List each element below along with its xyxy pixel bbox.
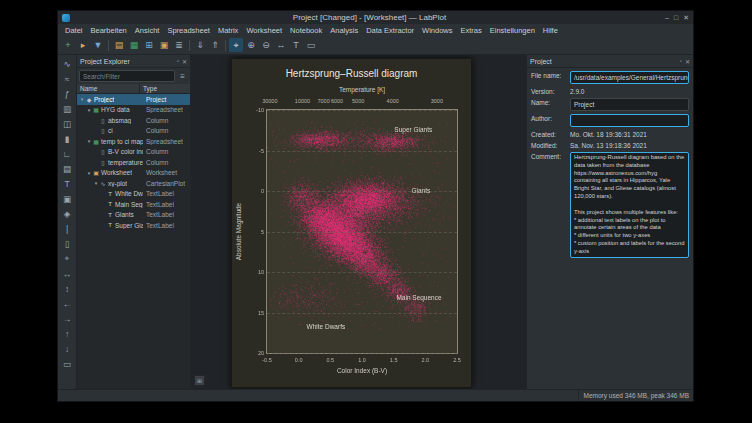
menu-datei[interactable]: Datei: [61, 25, 87, 36]
tree-row-super-giants[interactable]: TSuper GiantsTextLabel: [77, 220, 190, 231]
menu-spreadsheet[interactable]: Spreadsheet: [163, 25, 214, 36]
tree-row-temp-to-ci-mapping[interactable]: ▾▦temp to ci mappingSpreadsheet: [77, 136, 190, 147]
new-spreadsheet-button[interactable]: ▦: [127, 38, 141, 52]
tree-row-temperature[interactable]: ▯temperatureColumn: [77, 157, 190, 168]
open-project-button[interactable]: ▸: [76, 38, 90, 52]
add-barplot-button[interactable]: ▮: [61, 132, 74, 145]
minimize-icon[interactable]: –: [665, 14, 669, 22]
add-legend-button[interactable]: ▤: [61, 162, 74, 175]
plot-area[interactable]: Absolute Magnitude -10-505101520-0.50.00…: [266, 109, 458, 354]
x-axis-label[interactable]: Color Index (B-V): [266, 367, 458, 374]
tree-row-white-dwarfs[interactable]: TWhite DwarfsTextLabel: [77, 189, 190, 200]
menu-hilfe[interactable]: Hilfe: [539, 25, 562, 36]
menu-data-extractor[interactable]: Data Extractor: [362, 25, 418, 36]
new-project-button[interactable]: +: [61, 38, 75, 52]
zoom-select-button[interactable]: ⌖: [61, 252, 74, 265]
tree-row-absmag[interactable]: ▯absmagColumn: [77, 115, 190, 126]
project-properties-header[interactable]: Project ▫ ✕: [527, 55, 693, 68]
dock-close-icon[interactable]: ✕: [182, 58, 187, 65]
zoom-in-button[interactable]: ⊕: [244, 38, 258, 52]
tree-row-worksheet[interactable]: ▾▣WorksheetWorksheet: [77, 168, 190, 179]
maximize-icon[interactable]: □: [674, 14, 678, 22]
plot-title[interactable]: Hertzsprung–Russell diagram: [232, 68, 471, 79]
temperature-tick-label: 6000: [331, 98, 343, 104]
shift-right-button[interactable]: →: [61, 312, 74, 325]
save-project-button[interactable]: ▼: [91, 38, 105, 52]
new-worksheet-button[interactable]: ▣: [157, 38, 171, 52]
annotation-white-dwarfs[interactable]: White Dwarfs: [307, 323, 346, 330]
view-corner-button[interactable]: ⊞: [194, 375, 205, 386]
add-plot-button[interactable]: ∿: [61, 57, 74, 70]
add-histogram-button[interactable]: ▥: [61, 102, 74, 115]
comment-textarea[interactable]: Hertzsprung-Russell diagram based on the…: [570, 152, 689, 258]
labplot-window: Project [Changed] - [Worksheet] — LabPlo…: [57, 10, 694, 402]
zoom-x-button[interactable]: ↔: [61, 267, 74, 280]
add-text-label-button-left[interactable]: T: [61, 177, 74, 190]
auto-scale-button[interactable]: ▭: [61, 357, 74, 370]
tree-row-project[interactable]: ▾◆ProjectProject: [77, 94, 190, 105]
new-notebook-button[interactable]: ≣: [172, 38, 186, 52]
close-icon[interactable]: ✕: [683, 14, 689, 22]
annotation-giants[interactable]: Giants: [411, 187, 430, 194]
add-text-label-button[interactable]: T: [289, 38, 303, 52]
dock-float-icon[interactable]: ▫: [680, 58, 682, 64]
annotation-main-sequence[interactable]: Main Sequence: [396, 294, 441, 301]
menu-matrix[interactable]: Matrix: [214, 25, 242, 36]
add-image-button[interactable]: ▣: [61, 192, 74, 205]
add-equation-curve-button[interactable]: ƒ: [61, 87, 74, 100]
author-input[interactable]: [570, 114, 689, 127]
menu-analysis[interactable]: Analysis: [326, 25, 362, 36]
add-reference-range-button[interactable]: ▯: [61, 237, 74, 250]
menu-ansicht[interactable]: Ansicht: [131, 25, 164, 36]
fit-to-page-button[interactable]: ▭: [304, 38, 318, 52]
search-input[interactable]: Search/Filter: [79, 70, 175, 82]
add-reference-line-button[interactable]: |: [61, 222, 74, 235]
shift-up-button[interactable]: ↑: [61, 327, 74, 340]
label-icon: T: [106, 212, 114, 218]
add-axis-button[interactable]: ∟: [61, 147, 74, 160]
title-bar[interactable]: Project [Changed] - [Worksheet] — LabPlo…: [58, 11, 693, 24]
menu-einstellungen[interactable]: Einstellungen: [486, 25, 539, 36]
export-button[interactable]: ⇑: [208, 38, 222, 52]
search-row: Search/Filter ≡: [77, 68, 190, 84]
tree-header-type[interactable]: Type: [140, 84, 190, 93]
tree-item-type: Column: [143, 148, 190, 155]
field-label-comment: Comment:: [531, 152, 567, 160]
tree-row-ci[interactable]: ▯ciColumn: [77, 126, 190, 137]
zoom-out-button[interactable]: ⊖: [259, 38, 273, 52]
shift-left-button[interactable]: ←: [61, 297, 74, 310]
worksheet-page[interactable]: Hertzsprung–Russell diagram Temperature …: [231, 58, 472, 388]
menu-bearbeiten[interactable]: Bearbeiten: [87, 25, 131, 36]
import-file-button[interactable]: ⇓: [193, 38, 207, 52]
new-folder-button[interactable]: ▤: [112, 38, 126, 52]
file-name-input[interactable]: /usr/data/examples/General/Hertzsprung-R…: [570, 71, 689, 84]
tree-row-giants[interactable]: TGiantsTextLabel: [77, 210, 190, 221]
annotation-super-giants[interactable]: Super Giants: [394, 126, 432, 133]
worksheet-view[interactable]: Hertzsprung–Russell diagram Temperature …: [191, 55, 526, 389]
filter-options-icon[interactable]: ≡: [177, 71, 188, 82]
tree-row-hyg-data[interactable]: ▾▦HYG dataSpreadsheet: [77, 105, 190, 116]
zoom-y-button[interactable]: ↕: [61, 282, 74, 295]
tree-header-name[interactable]: Name: [77, 84, 140, 93]
menu-windows[interactable]: Windows: [418, 25, 456, 36]
toolbar-separator: [225, 40, 226, 51]
new-matrix-button[interactable]: ⊞: [142, 38, 156, 52]
menu-worksheet[interactable]: Worksheet: [242, 25, 286, 36]
tree-row-b-v-color-index[interactable]: ▯B-V color indexColumn: [77, 147, 190, 158]
pan-mode-button[interactable]: ↔: [274, 38, 288, 52]
menu-extras[interactable]: Extras: [457, 25, 486, 36]
select-mode-button[interactable]: ⌖: [229, 38, 243, 52]
project-explorer-header[interactable]: Project Explorer ▫ ✕: [77, 55, 190, 68]
tree-row-main-sequence[interactable]: TMain SequenceTextLabel: [77, 199, 190, 210]
add-curve-button[interactable]: ≈: [61, 72, 74, 85]
tree-header[interactable]: Name Type: [77, 84, 190, 94]
shift-down-button[interactable]: ↓: [61, 342, 74, 355]
dock-float-icon[interactable]: ▫: [177, 58, 179, 64]
temperature-axis-label[interactable]: Temperature [K]: [266, 86, 458, 93]
menu-notebook[interactable]: Notebook: [286, 25, 326, 36]
tree-row-xy-plot[interactable]: ▾∿xy-plotCartesianPlot: [77, 178, 190, 189]
add-info-element-button[interactable]: ◈: [61, 207, 74, 220]
add-boxplot-button[interactable]: ◫: [61, 117, 74, 130]
dock-close-icon[interactable]: ✕: [685, 58, 690, 65]
name-input[interactable]: Project: [570, 98, 689, 111]
